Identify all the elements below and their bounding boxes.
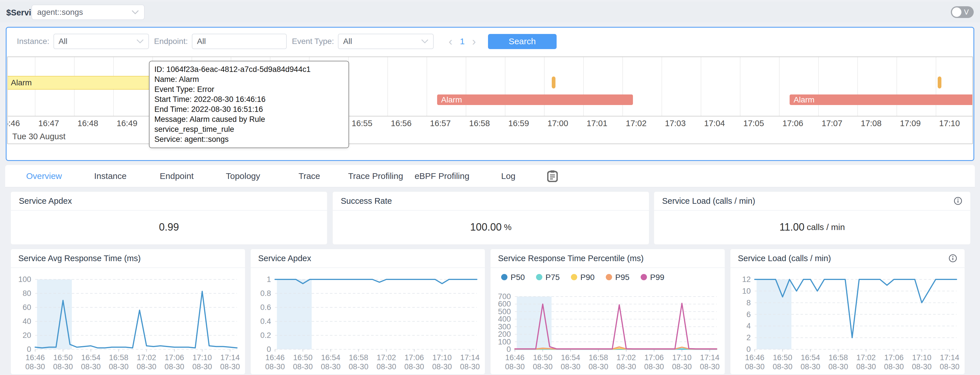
service-select[interactable]: agent::songs [32,5,145,20]
tab-instance[interactable]: Instance [77,171,143,181]
svg-text:08-30: 08-30 [321,362,340,371]
tab-trace[interactable]: Trace [276,171,342,181]
metric-value: 100.00 [470,221,502,233]
service-select-value: agent::songs [37,8,132,17]
svg-text:1: 1 [267,275,271,284]
chart-card-avg-response-time: Service Avg Response Time (ms)0204060801… [11,249,245,374]
filter-select-0[interactable]: All [54,34,149,49]
svg-text:08-30: 08-30 [773,362,792,371]
event-tooltip: ID: 1064f23a-6eac-4812-a7cd-5d9a84d944c1… [149,61,349,148]
timeline-gridline [858,57,858,116]
svg-text:17:02: 17:02 [137,353,156,362]
tab-topology[interactable]: Topology [210,171,276,181]
timeline-tick-label: 16:46 [7,119,20,128]
metric-card-success-rate: Success Rate 100.00 % [332,191,649,245]
svg-text:17:14: 17:14 [700,353,719,362]
chart-card-response-time-percentile: Service Response Time Percentile (ms)010… [490,249,725,374]
svg-text:40: 40 [22,317,31,326]
timeline-tick-label: 17:02 [626,119,647,128]
tab-trace-profiling[interactable]: Trace Profiling [342,171,409,181]
svg-text:16:46: 16:46 [25,353,45,362]
tab-endpoint[interactable]: Endpoint [143,171,210,181]
chart-plot: 010020030040050060070016:4608-3016:5008-… [491,268,725,374]
svg-text:08-30: 08-30 [616,362,636,371]
svg-text:600: 600 [498,300,511,308]
svg-text:P75: P75 [546,273,560,282]
timeline-gridline [505,57,506,116]
timeline-tick-label: 17:08 [861,119,881,128]
timeline-gridline [701,57,701,116]
timeline-tick-label: 17:07 [822,119,843,128]
svg-text:17:14: 17:14 [220,353,240,362]
clipboard-icon[interactable] [547,170,558,182]
svg-text:P90: P90 [580,273,595,282]
svg-text:17:10: 17:10 [192,353,212,362]
svg-text:100: 100 [18,275,31,284]
timeline-event-marker[interactable] [552,76,555,89]
svg-text:16:54: 16:54 [561,353,580,362]
tab-log[interactable]: Log [475,171,541,181]
svg-text:08-30: 08-30 [644,362,664,371]
info-icon[interactable] [948,254,957,263]
svg-text:8: 8 [746,299,751,307]
svg-text:16:58: 16:58 [349,353,368,362]
svg-text:16:54: 16:54 [81,353,101,362]
timeline-gridline [387,57,388,116]
tooltip-line: End Time: 2022-08-30 16:51:16 [154,104,344,114]
svg-text:700: 700 [498,292,511,301]
svg-text:08-30: 08-30 [884,362,904,371]
svg-text:08-30: 08-30 [137,362,156,371]
svg-text:16:50: 16:50 [293,353,313,362]
svg-text:0.2: 0.2 [260,331,271,340]
filter-select-2[interactable]: All [338,34,434,49]
svg-text:16:46: 16:46 [505,353,525,362]
info-icon[interactable] [954,197,962,205]
chevron-down-icon [132,10,139,14]
svg-text:17:02: 17:02 [617,353,636,362]
filter-input-1[interactable]: All [192,34,287,49]
svg-text:17:02: 17:02 [856,353,876,362]
timeline-tick-label: 17:04 [704,119,725,128]
filter-label-instance: Instance: [17,37,49,46]
svg-text:08-30: 08-30 [220,362,240,371]
timeline-tick-label: 16:48 [78,119,99,128]
filter-label-endpoint: Endpoint: [154,37,188,46]
toggle-knob [952,8,961,17]
svg-text:0: 0 [746,345,751,354]
svg-text:17:06: 17:06 [644,353,664,362]
timeline-event-alarm-bar[interactable]: Alarm [437,95,633,105]
svg-text:08-30: 08-30 [265,362,285,371]
timeline-event-marker[interactable] [938,76,942,89]
svg-text:0: 0 [507,345,511,354]
timeline-gridline [466,57,466,116]
timeline-tick-label: 17:06 [783,119,803,128]
svg-text:17:14: 17:14 [940,353,959,362]
chart-title: Service Load (calls / min) [738,254,948,263]
timeline-gridline [662,57,662,116]
chart-plot: 02468101216:4608-3016:5008-3016:5408-301… [730,268,964,374]
svg-text:08-30: 08-30 [856,362,876,371]
metric-title: Success Rate [341,196,641,206]
theme-toggle[interactable]: V [951,6,974,18]
chart-title: Service Apdex [258,254,477,263]
next-page-button[interactable]: › [468,34,480,49]
timeline-gridline [544,57,545,116]
prev-page-button[interactable]: ‹ [445,34,456,49]
svg-text:17:10: 17:10 [432,353,452,362]
tab-ebpf-profiling[interactable]: eBPF Profiling [409,171,475,181]
svg-text:17:10: 17:10 [912,353,931,362]
search-button[interactable]: Search [488,34,557,49]
svg-text:08-30: 08-30 [672,362,692,371]
svg-text:08-30: 08-30 [293,362,313,371]
timeline-tick-label: 16:57 [430,119,451,128]
timeline-tick-label: 16:58 [469,119,490,128]
svg-text:17:06: 17:06 [165,353,184,362]
svg-text:10: 10 [742,287,751,295]
svg-text:20: 20 [22,331,31,340]
timeline-tick-label: 16:55 [352,119,372,128]
event-filter-row: Instance:AllEndpoint:AllEvent Type:All ‹… [6,33,974,49]
tab-overview[interactable]: Overview [11,171,77,181]
metric-unit: calls / min [807,222,845,232]
timeline-event-alarm-bar[interactable]: Alarm [790,95,973,105]
svg-text:08-30: 08-30 [25,362,45,371]
